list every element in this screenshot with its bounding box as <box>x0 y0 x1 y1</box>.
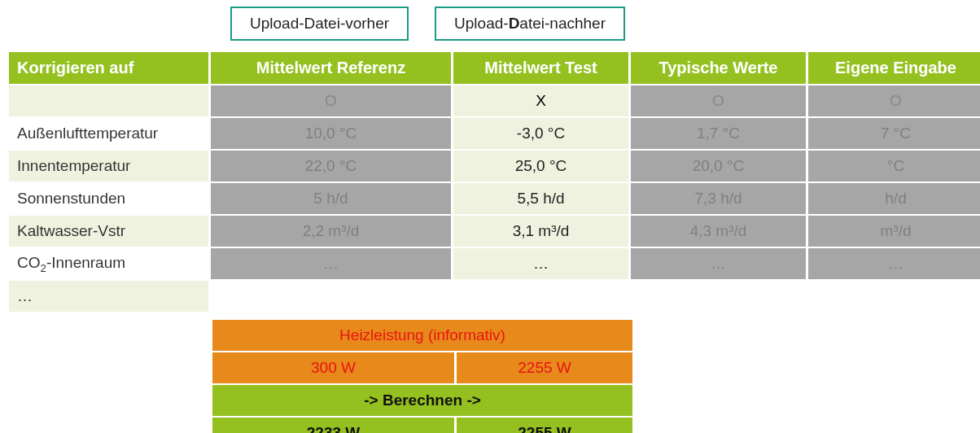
header-referenz: Mittelwert Referenz <box>211 52 451 84</box>
row-label: Außenlufttemperatur <box>9 118 208 149</box>
heiz-ref: 300 W <box>212 352 454 383</box>
cell-test: -3,0 °C <box>453 118 628 149</box>
cell-typ: 4,3 m³/d <box>631 216 806 247</box>
table-row: Kaltwasser-Vstr 2,2 m³/d 3,1 m³/d 4,3 m³… <box>9 216 980 247</box>
cell-test: 3,1 m³/d <box>453 216 628 247</box>
cell-typ <box>631 281 806 312</box>
cell-eig[interactable]: h/d <box>808 183 980 214</box>
cell-ref: … <box>211 248 451 279</box>
cell-typ: 20,0 °C <box>631 151 806 182</box>
upload-nachher-button[interactable]: Upload-Datei-nachher <box>435 7 625 41</box>
selector-label <box>9 85 208 116</box>
radio-typisch[interactable]: O <box>631 85 806 116</box>
result-test: 2255 W <box>457 418 632 433</box>
header-korrigieren: Korrigieren auf <box>9 52 208 84</box>
cell-eig[interactable]: m³/d <box>808 216 980 247</box>
result-box: Heizleistung (informativ) 300 W 2255 W -… <box>210 318 635 433</box>
cell-test: 5,5 h/d <box>453 183 628 214</box>
radio-referenz[interactable]: O <box>211 85 451 116</box>
row-label: Innentemperatur <box>9 151 208 182</box>
cell-eig[interactable]: °C <box>808 151 980 182</box>
table-row: Innentemperatur 22,0 °C 25,0 °C 20,0 °C … <box>9 151 980 182</box>
cell-ref: 10,0 °C <box>211 118 451 149</box>
radio-eigene[interactable]: O <box>808 85 980 116</box>
cell-typ: … <box>631 248 806 279</box>
cell-eig[interactable]: … <box>808 248 980 279</box>
row-label: Kaltwasser-Vstr <box>9 216 208 247</box>
radio-test[interactable]: X <box>453 85 628 116</box>
upload-nachher-pre: Upload- <box>454 15 509 32</box>
upload-nachher-post: atei-nachher <box>519 15 606 32</box>
cell-test: … <box>453 248 628 279</box>
heiz-label: Heizleistung (informativ) <box>212 320 632 351</box>
table-row: … <box>9 281 980 312</box>
row-label: … <box>9 281 208 312</box>
cell-ref: 22,0 °C <box>211 151 451 182</box>
berechnen-button[interactable]: -> Berechnen -> <box>212 385 632 416</box>
table-row: Außenlufttemperatur 10,0 °C -3,0 °C 1,7 … <box>9 118 980 149</box>
correction-table: Korrigieren auf Mittelwert Referenz Mitt… <box>7 50 980 313</box>
row-label: Sonnenstunden <box>9 183 208 214</box>
cell-eig <box>808 281 980 312</box>
header-typisch: Typische Werte <box>631 52 806 84</box>
cell-typ: 1,7 °C <box>631 118 806 149</box>
result-ref: 2233 W <box>212 418 454 433</box>
cell-ref: 5 h/d <box>211 183 451 214</box>
table-row: Sonnenstunden 5 h/d 5,5 h/d 7,3 h/d h/d <box>9 183 980 214</box>
upload-vorher-button[interactable]: Upload-Datei-vorher <box>230 7 409 41</box>
header-eigene: Eigene Eingabe <box>808 52 980 84</box>
cell-eig[interactable]: 7 °C <box>808 118 980 149</box>
upload-nachher-bold: D <box>509 15 520 32</box>
cell-test <box>453 281 628 312</box>
cell-ref <box>211 281 451 312</box>
upload-row: Upload-Datei-vorher Upload-Datei-nachher <box>7 7 973 41</box>
heiz-test: 2255 W <box>457 352 632 383</box>
table-row: CO2-Innenraum … … … … <box>9 248 980 279</box>
row-label-co2: CO2-Innenraum <box>9 248 208 279</box>
header-row: Korrigieren auf Mittelwert Referenz Mitt… <box>9 52 980 84</box>
header-test: Mittelwert Test <box>453 52 628 84</box>
selector-row: O X O O <box>9 85 980 116</box>
cell-typ: 7,3 h/d <box>631 183 806 214</box>
cell-test: 25,0 °C <box>453 151 628 182</box>
cell-ref: 2,2 m³/d <box>211 216 451 247</box>
